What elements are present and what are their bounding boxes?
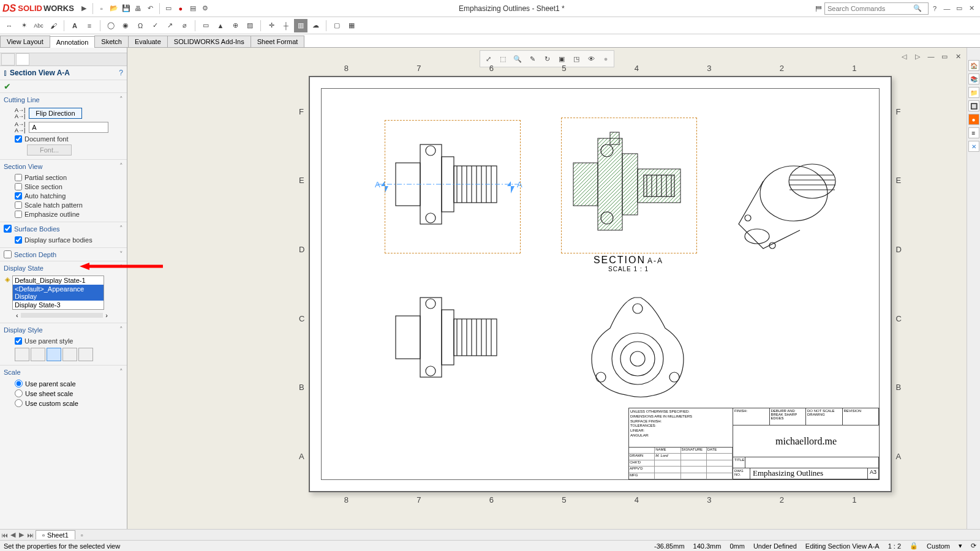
datum-target-icon[interactable]: ⊕ — [228, 19, 242, 32]
rebuild-icon[interactable]: ● — [175, 2, 187, 15]
tab-evaluate[interactable]: Evaluate — [128, 36, 168, 47]
partial-section-checkbox[interactable]: Partial section — [15, 174, 122, 181]
taskpane-view-palette-icon[interactable]: 🔲 — [968, 100, 979, 111]
use-parent-style-checkbox[interactable]: Use parent style — [15, 337, 122, 345]
scale-hatch-checkbox[interactable]: Scale hatch pattern — [15, 201, 122, 209]
open-icon[interactable]: 📂 — [108, 2, 120, 15]
revision-cloud-icon[interactable]: ☁ — [309, 19, 322, 32]
options-table-icon[interactable]: ▤ — [187, 2, 199, 15]
display-state-list[interactable]: Default_Display State-1 <Default>_Appear… — [12, 276, 104, 310]
expand-arrow-icon[interactable]: ▶ — [78, 2, 90, 15]
datum-feature-icon[interactable]: ▲ — [214, 19, 227, 32]
balloon-icon[interactable]: ◯ — [104, 19, 118, 32]
gw-restore-icon[interactable]: ▭ — [938, 50, 951, 62]
spell-check-icon[interactable]: Abc — [32, 19, 45, 32]
use-parent-scale-radio[interactable]: Use parent scale — [15, 380, 122, 388]
section-display-state[interactable]: Display State˄ — [0, 261, 127, 274]
section-section-view[interactable]: Section View˄ — [0, 160, 127, 173]
search-commands[interactable]: 🔍 — [824, 2, 929, 15]
direction1-icon[interactable]: A→|A→| — [15, 107, 25, 119]
magnetic-line-icon[interactable]: Ω — [134, 19, 147, 32]
scroll-left-icon[interactable]: ‹ — [16, 312, 18, 319]
style-hidden-removed-icon[interactable] — [47, 348, 61, 361]
centerline-icon[interactable]: ┼ — [279, 19, 293, 32]
list-item[interactable]: <Default>_Appearance Display — [13, 285, 104, 301]
taskpane-design-library-icon[interactable]: 📚 — [968, 73, 979, 84]
drawing-sheet[interactable]: 87654321 87654321 FEDCBA FEDCBA — [309, 76, 892, 492]
new-icon[interactable]: ▫ — [96, 2, 108, 15]
smart-dimension-icon[interactable]: ↔ — [2, 19, 16, 32]
status-units[interactable]: Custom — [927, 542, 950, 550]
section-cutting-line[interactable]: Cutting Line˄ — [0, 93, 127, 106]
close-icon[interactable]: ✕ — [965, 2, 978, 15]
list-item[interactable]: Default_Display State-1 — [13, 276, 104, 285]
area-hatch-icon[interactable]: ▥ — [294, 19, 307, 32]
sheet-last-icon[interactable]: ⏭ — [26, 531, 34, 539]
status-units-arrow-icon[interactable]: ▾ — [959, 542, 962, 550]
add-sheet-icon[interactable]: ▫ — [78, 531, 86, 539]
search-input[interactable] — [827, 5, 913, 12]
use-sheet-scale-radio[interactable]: Use sheet scale — [15, 389, 122, 397]
center-mark-icon[interactable]: ✛ — [265, 19, 278, 32]
tab-sheet-format[interactable]: Sheet Format — [251, 36, 305, 47]
search-icon[interactable]: 🔍 — [913, 4, 922, 12]
section-section-depth[interactable]: Section Depth˅ — [0, 248, 127, 261]
pm-help-icon[interactable]: ? — [119, 69, 123, 77]
direction2-icon[interactable]: A→|A→| — [15, 121, 25, 133]
section-view-selection[interactable] — [561, 118, 697, 253]
tab-annotation[interactable]: Annotation — [50, 36, 96, 48]
section-label-input[interactable] — [29, 122, 108, 133]
display-surface-bodies-checkbox[interactable]: Display surface bodies — [15, 236, 122, 244]
gw-close-icon[interactable]: ✕ — [952, 50, 964, 62]
taskpane-custom-props-icon[interactable]: ≡ — [968, 127, 979, 138]
parent-view-selection[interactable] — [385, 120, 521, 253]
section-display-style[interactable]: Display Style˄ — [0, 323, 127, 336]
tab-view-layout[interactable]: View Layout — [0, 36, 50, 47]
taskpane-appearances-icon[interactable]: ● — [968, 114, 979, 125]
style-shaded-edges-icon[interactable] — [62, 348, 77, 361]
pm-accept-icon[interactable]: ✔ — [0, 80, 127, 92]
list-item[interactable]: Display State-3 — [13, 301, 104, 309]
use-custom-scale-radio[interactable]: Use custom scale — [15, 399, 122, 407]
select-icon[interactable]: ▭ — [162, 2, 175, 15]
emphasize-outline-checkbox[interactable]: Emphasize outline — [15, 211, 122, 218]
minimize-icon[interactable]: — — [941, 2, 953, 15]
tab-sketch[interactable]: Sketch — [94, 36, 129, 47]
note-icon[interactable]: A — [68, 19, 81, 32]
flip-direction-button[interactable]: Flip Direction — [29, 108, 81, 119]
style-hidden-visible-icon[interactable] — [31, 348, 45, 361]
search-flag-icon[interactable]: ⛿ — [812, 2, 824, 15]
section-scale[interactable]: Scale˄ — [0, 365, 127, 378]
gtol-icon[interactable]: ▭ — [199, 19, 213, 32]
linear-pattern-icon[interactable]: ≡ — [83, 19, 96, 32]
model-items-icon[interactable]: ✶ — [17, 19, 31, 32]
auto-hatching-checkbox[interactable]: Auto hatching — [15, 192, 122, 200]
section-surface-bodies[interactable]: Surface Bodies˄ — [0, 222, 127, 235]
document-font-checkbox[interactable]: Document font — [15, 135, 122, 143]
taskpane-resources-icon[interactable]: 🏠 — [968, 60, 979, 71]
status-lock-icon[interactable]: 🔒 — [910, 542, 918, 550]
gw-next-icon[interactable]: ▷ — [911, 50, 924, 62]
style-wireframe-icon[interactable] — [15, 348, 29, 361]
save-icon[interactable]: 💾 — [120, 2, 132, 15]
weld-symbol-icon[interactable]: ↗ — [163, 19, 176, 32]
help-icon[interactable]: ? — [929, 2, 941, 15]
restore-icon[interactable]: ▭ — [953, 2, 965, 15]
tab-addins[interactable]: SOLIDWORKS Add-Ins — [167, 36, 251, 47]
settings-gear-icon[interactable]: ⚙ — [199, 2, 211, 15]
tables-icon[interactable]: ▦ — [345, 19, 358, 32]
hatch-icon[interactable]: ▨ — [243, 19, 257, 32]
format-painter-icon[interactable]: 🖌 — [47, 19, 60, 32]
gw-minimize-icon[interactable]: — — [925, 50, 937, 62]
taskpane-file-explorer-icon[interactable]: 📁 — [968, 87, 979, 98]
block-icon[interactable]: ▢ — [330, 19, 344, 32]
sheet-prev-icon[interactable]: ◀ — [9, 531, 17, 539]
undo-icon[interactable]: ↶ — [145, 2, 157, 15]
surface-finish-icon[interactable]: ✓ — [148, 19, 162, 32]
title-block[interactable]: UNLESS OTHERWISE SPECIFIED: DIMENSIONS A… — [628, 408, 880, 480]
sheet-next-icon[interactable]: ▶ — [17, 531, 26, 539]
status-ratio[interactable]: 1 : 2 — [888, 542, 901, 550]
sheet-tab-sheet1[interactable]: ▫ Sheet1 — [36, 530, 75, 539]
sheet-first-icon[interactable]: ⏮ — [0, 531, 9, 539]
taskpane-forum-icon[interactable]: ✕ — [968, 141, 979, 152]
